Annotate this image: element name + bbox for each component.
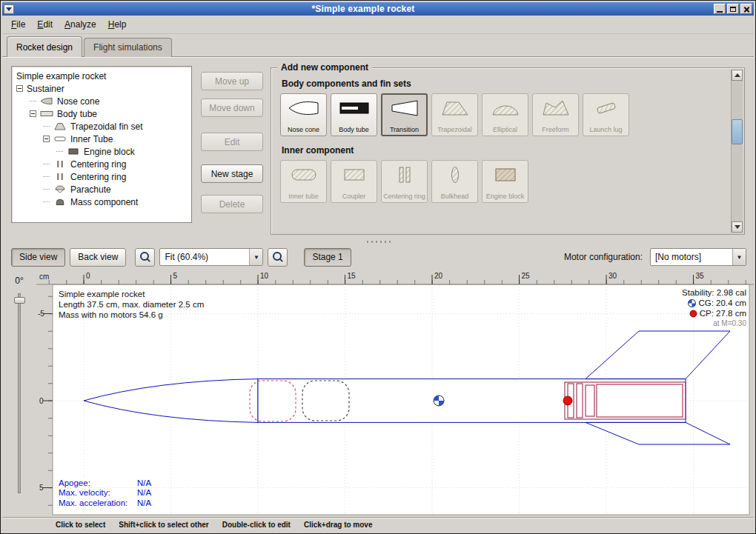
zoom-select[interactable]: Fit (60.4%) ▼: [159, 248, 263, 266]
mach-condition: at M=0.30: [682, 318, 746, 329]
add-inner-tube-button[interactable]: Inner tube: [280, 160, 327, 203]
motor-config-value: [No motors]: [651, 249, 732, 265]
rocket-diagram: 0°: [2, 270, 754, 517]
engine-block-icon: [489, 164, 522, 185]
tree-item-rocket[interactable]: Simple example rocket: [13, 70, 190, 82]
inner-tube-icon: [53, 135, 67, 143]
centering-ring-icon: [388, 164, 421, 185]
cg-icon: [688, 299, 696, 307]
add-transition-button[interactable]: Transition: [381, 93, 428, 136]
minimize-button[interactable]: [714, 4, 726, 14]
zoom-in-icon: [273, 252, 283, 262]
tree-item-mass-component[interactable]: Mass component: [13, 196, 190, 208]
menu-help[interactable]: Help: [102, 17, 133, 32]
add-component-title: Add new component: [277, 62, 372, 73]
add-trapezoidal-button[interactable]: Trapezoidal: [431, 93, 478, 136]
back-view-button[interactable]: Back view: [70, 248, 126, 267]
tree-item-body-tube[interactable]: Body tube: [13, 107, 190, 120]
rotation-slider-thumb[interactable]: [14, 297, 25, 304]
add-nose-cone-button[interactable]: Nose cone: [280, 93, 327, 136]
centering-ring-icon: [53, 173, 67, 181]
window-title: *Simple example rocket: [14, 4, 712, 14]
maximize-button[interactable]: [727, 4, 739, 14]
stability-info: Stability: 2.98 cal CG: 20.4 cm CP: 27.8…: [682, 287, 746, 329]
menubar: File Edit Analyze Help: [2, 16, 754, 34]
scroll-up-button[interactable]: [732, 70, 743, 81]
chevron-down-icon[interactable]: ▼: [249, 249, 262, 265]
rotation-slider[interactable]: [18, 293, 21, 493]
body-tube-outline: [258, 379, 686, 423]
hint-click-select: Click to select: [56, 521, 105, 529]
max-velocity-label: Max. velocity:: [59, 488, 137, 498]
tree-item-inner-tube[interactable]: Inner Tube: [13, 133, 190, 145]
move-up-button[interactable]: Move up: [201, 72, 263, 90]
splitter-handle[interactable]: [2, 238, 754, 244]
component-tree[interactable]: Simple example rocket Sustainer Nose con…: [11, 66, 192, 223]
scrollbar-track[interactable]: [732, 81, 743, 221]
tree-item-parachute[interactable]: Parachute: [13, 183, 190, 196]
svg-text:0: 0: [39, 397, 44, 405]
collapse-icon[interactable]: [16, 85, 23, 92]
add-centering-ring-button[interactable]: Centering ring: [381, 160, 428, 203]
scrollbar-thumb[interactable]: [732, 119, 743, 144]
stage-1-button[interactable]: Stage 1: [304, 248, 351, 267]
add-coupler-button[interactable]: Coupler: [331, 160, 377, 203]
menu-file[interactable]: File: [5, 17, 31, 32]
tab-flight-simulations[interactable]: Flight simulations: [84, 38, 172, 57]
svg-text:35: 35: [696, 272, 705, 280]
nose-cone-icon: [288, 98, 320, 119]
menu-analyze[interactable]: Analyze: [59, 17, 102, 32]
rotation-control: 0°: [2, 270, 36, 517]
tree-item-nose-cone[interactable]: Nose cone: [13, 95, 190, 107]
minimize-icon: [717, 11, 723, 13]
chevron-down-icon[interactable]: ▼: [732, 249, 746, 265]
motor-config-select[interactable]: [No motors] ▼: [650, 248, 746, 266]
tree-item-centering-ring-2[interactable]: Centering ring: [13, 170, 190, 183]
close-button[interactable]: [740, 4, 752, 14]
inner-tube-icon: [288, 164, 320, 185]
collapse-icon[interactable]: [30, 110, 36, 117]
tree-item-engine-block[interactable]: Engine block: [13, 145, 190, 158]
zoom-out-button[interactable]: [135, 248, 155, 267]
add-freeform-button[interactable]: Freeform: [532, 93, 579, 136]
svg-text:20: 20: [434, 272, 443, 280]
add-bulkhead-button[interactable]: Bulkhead: [431, 160, 478, 203]
component-scrollbar[interactable]: [731, 70, 743, 233]
add-engine-block-button[interactable]: Engine block: [482, 160, 528, 203]
tree-item-fin-set[interactable]: Trapezoidal fin set: [13, 120, 190, 133]
arrow-down-icon: [735, 225, 740, 229]
tab-rocket-design[interactable]: Rocket design: [7, 36, 82, 57]
scroll-down-button[interactable]: [732, 221, 743, 233]
svg-text:30: 30: [609, 272, 617, 280]
hint-double-click: Double-click to edit: [222, 521, 291, 529]
freeform-fin-icon: [540, 98, 572, 119]
parachute-icon: [53, 185, 67, 193]
fin-set-icon: [53, 122, 67, 130]
move-down-button[interactable]: Move down: [201, 99, 263, 117]
add-launch-lug-button[interactable]: Launch lug: [583, 93, 629, 136]
max-velocity-value: N/A: [137, 488, 151, 497]
rocket-mass: Mass with no motors 54.6 g: [59, 310, 204, 320]
svg-text:25: 25: [522, 272, 531, 280]
new-stage-button[interactable]: New stage: [201, 164, 263, 183]
tree-item-centering-ring-1[interactable]: Centering ring: [13, 158, 190, 170]
engine-block-icon: [67, 147, 80, 156]
tree-item-sustainer[interactable]: Sustainer: [13, 82, 190, 95]
collapse-icon[interactable]: [43, 136, 50, 142]
add-body-tube-button[interactable]: Body tube: [331, 93, 377, 136]
tree-actions: Move up Move down Edit New stage Delete: [201, 72, 263, 238]
app-icon[interactable]: [4, 4, 14, 14]
delete-button[interactable]: Delete: [201, 195, 263, 213]
add-elliptical-button[interactable]: Elliptical: [482, 93, 528, 136]
cg-marker: [434, 396, 444, 406]
menu-edit[interactable]: Edit: [31, 17, 59, 32]
zoom-in-button[interactable]: [268, 248, 288, 267]
app-window: *Simple example rocket File Edit Analyze…: [0, 0, 756, 534]
svg-text:0: 0: [86, 272, 90, 280]
side-view-button[interactable]: Side view: [11, 248, 65, 267]
titlebar: *Simple example rocket: [2, 2, 754, 16]
splitter-dots: [365, 241, 391, 243]
rotation-value: 0°: [2, 276, 36, 286]
apogee-label: Apogee:: [59, 478, 137, 489]
edit-button[interactable]: Edit: [201, 133, 263, 151]
